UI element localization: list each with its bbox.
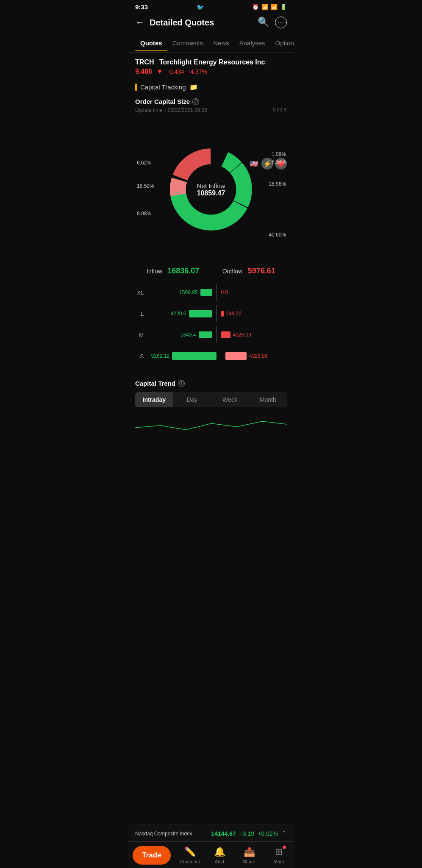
net-inflow-label: Net Inflow: [197, 182, 225, 189]
tab-analyses[interactable]: Analyses: [234, 35, 270, 51]
xl-outflow-value: 0.0: [221, 289, 244, 295]
tab-comments[interactable]: Comments: [167, 35, 208, 51]
m-outflow-value: 4326.09: [233, 332, 256, 338]
unit-label: Unit:K: [273, 107, 287, 114]
order-capital-size-section: Order Capital Size ⓘ Update time：06/22/2…: [128, 94, 294, 114]
update-time-row: Update time：06/22/2021 09:32 Unit:K: [135, 107, 287, 114]
trend-tabs-bar: Intraday Day Week Month: [135, 392, 287, 407]
status-bar: 9:33 🐦 ⏰ 📶 📶 🔋: [128, 0, 294, 13]
bar-divider: [217, 326, 217, 343]
bar-divider: [217, 305, 217, 322]
size-label-s: S: [135, 353, 144, 359]
table-row: L 4220.6 249.22: [135, 305, 287, 322]
bar-divider: [221, 348, 221, 364]
trend-chart-placeholder: [135, 411, 287, 436]
tab-quotes[interactable]: Quotes: [135, 35, 167, 51]
page-title: Detailed Quotes: [150, 18, 253, 28]
tabs-bar: Quotes Comments News Analyses Options ☰: [128, 33, 294, 53]
more-menu-icon[interactable]: ···: [275, 17, 287, 28]
stock-info: TRCH Torchlight Energy Resources Inc 9.4…: [128, 53, 294, 81]
outflow-label: Outflow: [222, 268, 242, 275]
l-outflow-value: 249.22: [226, 311, 250, 317]
folder-icon: 📁: [189, 83, 198, 91]
wifi-icon: 📶: [261, 4, 268, 10]
header-actions: 🔍 ···: [258, 17, 287, 28]
tab-news[interactable]: News: [208, 35, 234, 51]
donut-label-662: 6.62%: [137, 160, 151, 166]
search-icon[interactable]: 🔍: [258, 17, 269, 28]
order-capital-title: Order Capital Size ⓘ: [135, 98, 287, 105]
l-outflow-bar: [221, 311, 224, 317]
s-outflow-wrap: 4326.09: [225, 352, 287, 360]
table-row: M 1843.4 4326.09: [135, 326, 287, 343]
size-label-m: M: [135, 332, 144, 338]
donut-center-text: Net Inflow 10859.47: [197, 182, 225, 197]
inflow-value: 16836.07: [167, 267, 199, 275]
capital-tracking-section: Capital Tracking 📁: [128, 81, 294, 94]
l-inflow-bar: [189, 310, 212, 317]
donut-label-4060: 40.60%: [269, 232, 286, 238]
s-inflow-bar: [172, 352, 217, 360]
section-accent-bar: [135, 83, 137, 91]
stock-price: 9.486: [135, 68, 152, 75]
m-inflow-wrap: 1843.4: [146, 331, 212, 338]
price-change: -0.434: [167, 68, 184, 75]
back-button[interactable]: ←: [135, 17, 144, 28]
xl-inflow-value: 1509.95: [175, 289, 198, 295]
header: ← Detailed Quotes 🔍 ···: [128, 13, 294, 33]
signal-icon: 📶: [271, 4, 278, 10]
trend-tab-month[interactable]: Month: [249, 392, 287, 407]
xl-inflow-wrap: 1509.95: [146, 289, 212, 296]
l-outflow-wrap: 249.22: [221, 311, 287, 317]
stock-price-row: 9.486 ▼ -0.434 -4.37%: [135, 68, 287, 75]
flow-summary-row: Inflow 16836.07 Outflow 5976.61: [128, 262, 294, 281]
tab-options[interactable]: Options: [270, 35, 294, 51]
donut-label-109: 1.09%: [272, 151, 286, 157]
donut-label-614: 6.14%: [272, 159, 286, 165]
m-outflow-bar: [221, 331, 230, 338]
inflow-label: Inflow: [147, 268, 162, 275]
donut-label-808: 8.08%: [137, 211, 151, 217]
donut-label-1896: 18.96%: [269, 181, 286, 187]
trend-info-icon[interactable]: ⓘ: [178, 380, 185, 387]
size-label-xl: XL: [135, 289, 144, 296]
status-mascot: 🐦: [197, 4, 204, 11]
capital-tracking-label: Capital Tracking: [140, 83, 186, 91]
trend-title: Capital Trend ⓘ: [135, 380, 287, 387]
trend-tab-day[interactable]: Day: [173, 392, 211, 407]
bar-chart-section: XL 1509.95 0.0 L 4220.6 249.22 M 1843.4: [128, 281, 294, 374]
outflow-item: Outflow 5976.61: [222, 267, 275, 275]
outflow-value: 5976.61: [248, 267, 275, 275]
update-time-label: Update time：06/22/2021 09:32: [135, 107, 207, 114]
trend-tab-week[interactable]: Week: [211, 392, 249, 407]
inflow-item: Inflow 16836.07: [147, 267, 199, 275]
status-time: 9:33: [135, 3, 148, 11]
trend-tab-intraday[interactable]: Intraday: [135, 392, 173, 407]
alarm-icon: ⏰: [252, 4, 259, 10]
m-outflow-wrap: 4326.09: [221, 331, 287, 338]
xl-outflow-wrap: 0.0: [221, 289, 287, 295]
status-icons: ⏰ 📶 📶 🔋: [252, 4, 287, 10]
m-inflow-bar: [199, 331, 212, 338]
bar-divider: [217, 284, 217, 301]
table-row: XL 1509.95 0.0: [135, 284, 287, 301]
info-icon[interactable]: ⓘ: [192, 98, 199, 105]
price-change-pct: -4.37%: [189, 68, 207, 75]
price-direction-icon: ▼: [156, 68, 163, 75]
s-inflow-wrap: 9262.12: [146, 352, 217, 360]
table-row: S 9262.12 4326.09: [135, 348, 287, 364]
s-inflow-value: 9262.12: [146, 353, 169, 359]
size-label-l: L: [135, 311, 144, 317]
s-outflow-bar: [225, 352, 247, 360]
capital-trend-section: Capital Trend ⓘ Intraday Day Week Month: [128, 374, 294, 411]
donut-label-1850: 18.50%: [137, 183, 154, 189]
m-inflow-value: 1843.4: [173, 332, 196, 338]
battery-icon: 🔋: [280, 4, 287, 10]
stock-company-name: Torchlight Energy Resources Inc: [159, 58, 265, 66]
s-outflow-value: 4326.09: [249, 353, 272, 359]
stock-full-name: TRCH Torchlight Energy Resources Inc: [135, 58, 287, 66]
stock-ticker: TRCH: [135, 58, 154, 66]
xl-inflow-bar: [200, 289, 212, 296]
l-inflow-wrap: 4220.6: [146, 310, 212, 317]
l-inflow-value: 4220.6: [163, 311, 186, 317]
